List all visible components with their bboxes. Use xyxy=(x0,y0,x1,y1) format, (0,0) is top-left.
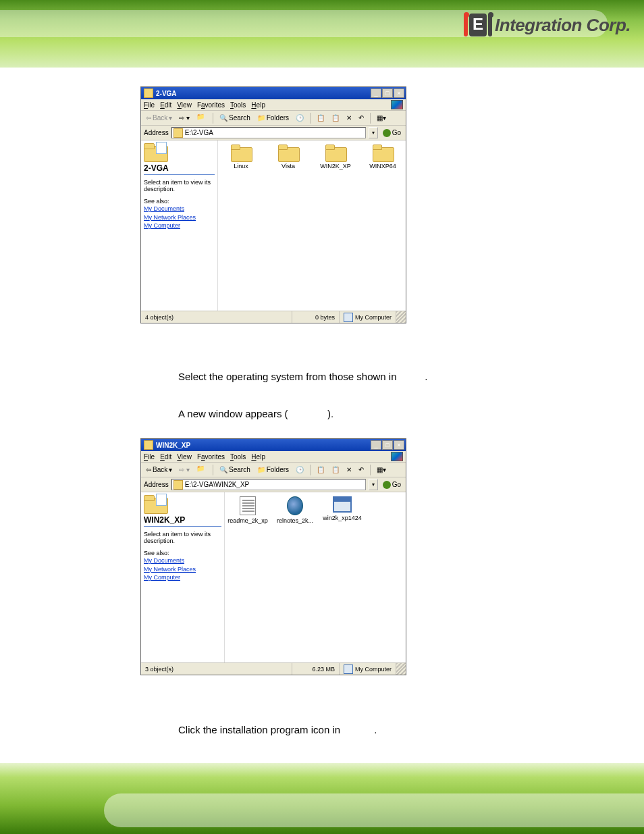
address-input[interactable]: E:\2-VGA xyxy=(171,127,366,138)
folder-win2k-xp[interactable]: WIN2K_XP xyxy=(318,145,353,170)
folder-linux[interactable]: Linux xyxy=(223,145,259,170)
up-button[interactable]: 📁 xyxy=(194,464,209,475)
folders-button[interactable]: 📁 Folders xyxy=(255,465,291,474)
folder-icon xyxy=(231,145,251,161)
side-panel: 2-VGA Select an item to view its descrip… xyxy=(141,140,218,311)
address-dropdown[interactable]: ▾ xyxy=(369,479,378,490)
maximize-button[interactable]: □ xyxy=(382,440,393,450)
menu-file[interactable]: File xyxy=(144,453,155,461)
exe-file-icon xyxy=(333,496,352,513)
back-button[interactable]: ⇦ Back ▾ xyxy=(144,465,174,474)
address-label: Address xyxy=(144,129,169,136)
address-dropdown[interactable]: ▾ xyxy=(369,127,378,138)
menu-tools[interactable]: Tools xyxy=(230,453,246,461)
forward-button[interactable]: ⇨ ▾ xyxy=(177,113,192,122)
status-size: 0 bytes xyxy=(292,311,340,323)
window-title: WIN2K_XP xyxy=(144,440,190,450)
link-my-documents[interactable]: My Documents xyxy=(144,205,215,213)
back-button[interactable]: ⇦ Back ▾ xyxy=(144,113,174,122)
link-my-network-places[interactable]: My Network Places xyxy=(144,213,215,222)
menu-help[interactable]: Help xyxy=(251,101,265,109)
menu-favorites[interactable]: Favorites xyxy=(197,101,225,109)
search-button[interactable]: 🔍 Search xyxy=(217,113,252,122)
go-button[interactable]: Go xyxy=(381,129,403,137)
brand-text: Integration Corp. xyxy=(495,15,630,36)
file-relnotes[interactable]: relnotes_2k... xyxy=(277,496,313,524)
folder-icon xyxy=(373,145,393,161)
delete-button[interactable]: ✕ xyxy=(344,465,354,474)
folder-vista[interactable]: Vista xyxy=(271,145,306,170)
file-installer[interactable]: win2k_xp1424 xyxy=(325,496,360,521)
window-title: 2-VGA xyxy=(144,88,177,98)
folders-button[interactable]: 📁 Folders xyxy=(255,113,291,122)
delete-button[interactable]: ✕ xyxy=(344,113,354,122)
header-banner: Integration Corp. xyxy=(0,0,644,68)
html-file-icon xyxy=(287,496,303,515)
resize-grip[interactable] xyxy=(396,663,406,675)
forward-button[interactable]: ⇨ ▾ xyxy=(177,465,192,474)
menu-file[interactable]: FFileile xyxy=(144,101,155,109)
status-location: My Computer xyxy=(340,663,396,675)
undo-button[interactable]: ↶ xyxy=(356,113,366,122)
undo-button[interactable]: ↶ xyxy=(356,465,366,474)
menu-help[interactable]: Help xyxy=(251,453,265,461)
windows-flag-icon xyxy=(391,452,403,461)
status-location: My Computer xyxy=(340,311,396,323)
text-file-icon xyxy=(240,496,256,515)
resize-grip[interactable] xyxy=(396,311,406,323)
file-readme[interactable]: readme_2k_xp xyxy=(230,496,265,524)
windows-flag-icon xyxy=(391,100,403,109)
step-text: Select the operating system from those s… xyxy=(178,371,427,382)
history-button[interactable]: 🕒 xyxy=(294,113,306,122)
address-input[interactable]: E:\2-VGA\WIN2K_XP xyxy=(171,479,366,490)
menu-edit[interactable]: Edit xyxy=(160,453,171,461)
address-label: Address xyxy=(144,481,169,488)
close-button[interactable]: × xyxy=(394,88,404,98)
folder-icon xyxy=(278,145,298,161)
toolbar: ⇦ Back ▾ ⇨ ▾ 📁 🔍 Search 📁 Folders 🕒 📋 📋 … xyxy=(141,463,406,477)
folder-open-icon xyxy=(144,495,167,513)
side-panel-title: WIN2K_XP xyxy=(144,515,221,525)
folder-open-icon xyxy=(144,143,167,161)
file-pane[interactable]: Linux Vista WIN2K_XP WINXP64 xyxy=(218,140,406,311)
link-my-network-places[interactable]: My Network Places xyxy=(144,565,221,574)
history-button[interactable]: 🕒 xyxy=(294,465,306,474)
minimize-button[interactable]: _ xyxy=(371,440,381,450)
link-my-computer[interactable]: My Computer xyxy=(144,573,221,582)
status-size: 6.23 MB xyxy=(292,663,340,675)
search-button[interactable]: 🔍 Search xyxy=(217,465,252,474)
side-panel-title: 2-VGA xyxy=(144,163,215,173)
menu-view[interactable]: View xyxy=(177,453,192,461)
maximize-button[interactable]: □ xyxy=(382,88,393,98)
menu-favorites[interactable]: Favorites xyxy=(197,453,225,461)
go-button[interactable]: Go xyxy=(381,481,403,489)
toolbar: ⇦ Back ▾ ⇨ ▾ 📁 🔍 Search 📁 Folders 🕒 📋 📋 … xyxy=(141,111,406,126)
copy-to-button[interactable]: 📋 xyxy=(329,465,342,474)
status-count: 4 object(s) xyxy=(141,311,292,323)
copy-to-button[interactable]: 📋 xyxy=(329,113,342,122)
file-pane[interactable]: readme_2k_xp relnotes_2k... win2k_xp1424 xyxy=(225,492,406,662)
titlebar[interactable]: WIN2K_XP _ □ × xyxy=(141,439,406,451)
explorer-window-2: WIN2K_XP _ □ × File Edit View Favorites … xyxy=(140,438,406,675)
menu-tools[interactable]: Tools xyxy=(230,101,246,109)
side-panel: WIN2K_XP Select an item to view its desc… xyxy=(141,492,225,662)
move-to-button[interactable]: 📋 xyxy=(315,113,327,122)
address-bar: Address E:\2-VGA\WIN2K_XP ▾ Go xyxy=(141,477,406,492)
up-button[interactable]: 📁 xyxy=(194,112,209,124)
menu-view[interactable]: View xyxy=(177,101,192,109)
views-button[interactable]: ▦▾ xyxy=(375,113,388,122)
footer-banner xyxy=(0,763,644,834)
link-my-documents[interactable]: My Documents xyxy=(144,556,221,565)
views-button[interactable]: ▦▾ xyxy=(375,465,388,474)
titlebar[interactable]: 2-VGA _ □ × xyxy=(141,87,406,99)
link-my-computer[interactable]: My Computer xyxy=(144,221,215,230)
folder-icon xyxy=(325,145,346,161)
menu-bar: File Edit View Favorites Tools Help xyxy=(141,451,406,463)
menu-bar: FFileile Edit View Favorites Tools Help xyxy=(141,99,406,111)
close-button[interactable]: × xyxy=(394,440,404,450)
menu-edit[interactable]: Edit xyxy=(160,101,171,109)
folder-winxp64[interactable]: WINXP64 xyxy=(365,145,400,170)
status-count: 3 object(s) xyxy=(141,663,292,675)
move-to-button[interactable]: 📋 xyxy=(315,465,327,474)
minimize-button[interactable]: _ xyxy=(371,88,381,98)
